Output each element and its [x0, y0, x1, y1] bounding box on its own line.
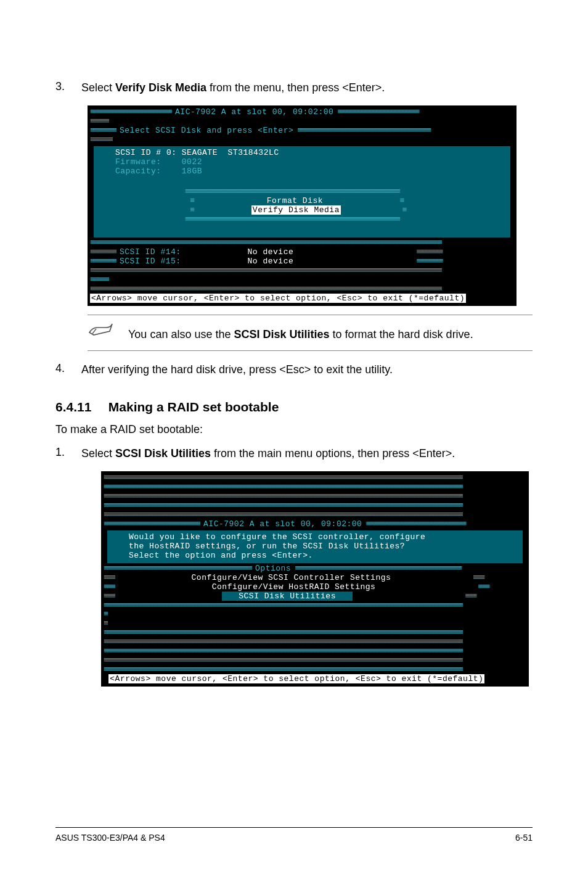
- step-text: Select Verify Disk Media from the menu, …: [81, 80, 533, 96]
- scsi-line: SCSI ID # 0: SEAGATE ST318432LC: [100, 149, 504, 158]
- step-num: 3.: [55, 80, 81, 96]
- section-num: 6.4.11: [55, 400, 105, 415]
- opt1: ≡≡≡ Configure/View SCSI Controller Setti…: [104, 574, 526, 583]
- footer-left: ASUS TS300-E3/PA4 & PS4: [55, 833, 165, 843]
- device-info-box: SCSI ID # 0: SEAGATE ST318432LC Firmware…: [94, 146, 510, 237]
- border-line: ≡≡≡≡≡≡≡≡≡≡≡≡≡≡≡≡≡≡≡≡≡≡≡≡≡≡≡≡≡≡≡≡≡≡≡≡≡≡≡≡…: [104, 638, 526, 647]
- subtitle: Select SCSI Disk and press <Enter>: [120, 126, 293, 135]
- border-line: ≡≡≡≡≡: [90, 276, 514, 285]
- subtitle-line: ≡≡≡≡≡≡≡ Select SCSI Disk and press <Ente…: [90, 126, 514, 136]
- text-suffix: from the main menu options, then press <…: [211, 447, 455, 460]
- spacer: ≡: [104, 610, 526, 619]
- border: ≡≡≡≡≡≡≡≡≡≡≡≡≡≡≡≡≡≡≡≡≡≡: [333, 107, 419, 117]
- border: ≡≡≡≡≡≡≡≡≡≡≡≡≡≡≡≡≡≡≡≡≡≡≡≡≡≡≡≡≡≡≡≡≡≡≡≡≡≡≡≡…: [118, 215, 486, 225]
- section-title: Making a RAID set bootable: [108, 400, 279, 414]
- border-line: ≡≡≡≡≡≡≡≡≡≡≡≡≡≡≡≡≡≡≡≡≡≡≡≡≡≡≡≡≡≡≡≡≡≡≡≡≡≡≡≡…: [104, 629, 526, 638]
- step-num: 1.: [55, 446, 81, 461]
- step-3: 3. Select Verify Disk Media from the men…: [55, 80, 533, 96]
- note-bold: SCSI Disk Utilities: [234, 328, 329, 340]
- terminal-title: ≡≡≡≡≡≡≡≡≡≡≡≡≡≡≡≡≡≡≡≡≡≡≡≡≡≡ AIC-7902 A at…: [104, 520, 526, 529]
- q3: Select the option and press <Enter>.: [113, 551, 517, 561]
- text-bold: Verify Disk Media: [115, 81, 206, 94]
- opt3: ≡≡≡ SCSI Disk Utilities ≡≡≡: [104, 592, 526, 601]
- text-prefix: Select: [81, 81, 115, 94]
- verify-option: ≡ Verify Disk Media ≡: [118, 206, 486, 215]
- intro-text: To make a RAID set bootable:: [55, 423, 533, 436]
- border-line: ≡≡≡≡≡≡≡≡≡≡≡≡≡≡≡≡≡≡≡≡≡≡≡≡≡≡≡≡≡≡≡≡≡≡≡≡≡≡≡≡…: [90, 285, 514, 294]
- pencil-icon: [88, 321, 115, 344]
- firmware-line: Firmware: 0022: [100, 158, 504, 167]
- border-line: ≡≡≡≡≡≡≡≡≡≡≡≡≡≡≡≡≡≡≡≡≡≡≡≡≡≡≡≡≡≡≡≡≡≡≡≡≡≡≡≡…: [104, 492, 526, 501]
- border-line: ≡≡≡≡≡≡≡≡≡≡≡≡≡≡≡≡≡≡≡≡≡≡≡≡≡≡≡≡≡≡≡≡≡≡≡≡≡≡≡≡…: [90, 266, 514, 276]
- step-num: 4.: [55, 362, 81, 377]
- options-header: ≡≡≡≡≡≡≡≡≡≡≡≡≡≡≡≡≡≡≡≡≡≡≡≡≡≡≡≡≡≡≡≡≡≡≡≡≡≡≡≡…: [104, 564, 526, 574]
- step-1b: 1. Select SCSI Disk Utilities from the m…: [55, 446, 533, 461]
- text-suffix: from the menu, then press <Enter>.: [206, 81, 385, 94]
- border-line: ≡≡≡≡≡≡≡≡≡≡≡≡≡≡≡≡≡≡≡≡≡≡≡≡≡≡≡≡≡≡≡≡≡≡≡≡≡≡≡≡…: [104, 483, 526, 492]
- capacity-line: Capacity: 18GB: [100, 167, 504, 176]
- border-line: ≡≡≡≡≡≡≡≡≡≡≡≡≡≡≡≡≡≡≡≡≡≡≡≡≡≡≡≡≡≡≡≡≡≡≡≡≡≡≡≡…: [104, 474, 526, 483]
- note-suffix: to format the hard disk drive.: [330, 328, 473, 340]
- page-footer: ASUS TS300-E3/PA4 & PS4 6-51: [55, 827, 533, 843]
- note-callout: You can also use the SCSI Disk Utilities…: [88, 315, 533, 351]
- spacer: ≡: [104, 619, 526, 629]
- terminal-screenshot-1: ≡≡≡≡≡≡≡≡≡≡≡≡≡≡≡≡≡≡≡≡≡≡ AIC-7902 A at slo…: [88, 105, 517, 306]
- scsi-15-line: ≡≡≡≡≡≡≡ SCSI ID #15: No device ≡≡≡≡≡≡≡: [90, 257, 514, 266]
- terminal-title: ≡≡≡≡≡≡≡≡≡≡≡≡≡≡≡≡≡≡≡≡≡≡ AIC-7902 A at slo…: [90, 108, 514, 117]
- spacer: [100, 176, 504, 186]
- border: ≡≡≡≡≡≡≡≡≡≡≡≡≡≡≡≡≡≡≡≡≡≡≡≡≡≡≡≡≡≡≡≡≡≡≡≡≡≡≡≡…: [118, 188, 486, 197]
- q2: the HostRAID settings, or run the SCSI D…: [113, 542, 517, 551]
- border-line: ≡≡≡≡≡≡≡≡≡≡≡≡≡≡≡≡≡≡≡≡≡≡≡≡≡≡≡≡≡≡≡≡≡≡≡≡≡≡≡≡…: [104, 601, 526, 611]
- scsi-14-line: ≡≡≡≡≡≡≡ SCSI ID #14: No device ≡≡≡≡≡≡≡: [90, 248, 514, 257]
- terminal-footer: <Arrows> move cursor, <Enter> to select …: [90, 294, 514, 303]
- spacer: [100, 226, 504, 235]
- section-heading: 6.4.11 Making a RAID set bootable: [55, 400, 533, 415]
- inner-menu: ≡≡≡≡≡≡≡≡≡≡≡≡≡≡≡≡≡≡≡≡≡≡≡≡≡≡≡≡≡≡≡≡≡≡≡≡≡≡≡≡…: [118, 188, 486, 225]
- text-bold: SCSI Disk Utilities: [115, 447, 211, 460]
- step-4: 4. After verifying the hard disk drive, …: [55, 362, 533, 377]
- border-line: ≡≡≡≡≡≡≡≡≡≡≡≡≡≡≡≡≡≡≡≡≡≡≡≡≡≡≡≡≡≡≡≡≡≡≡≡≡≡≡≡…: [104, 666, 526, 675]
- q1: Would you like to configure the SCSI con…: [113, 533, 517, 542]
- text-prefix: Select: [81, 447, 115, 460]
- title-text: AIC-7902 A at slot 00, 09:02:00: [175, 107, 333, 117]
- border: ≡≡≡≡≡≡≡≡≡≡≡≡≡≡≡≡≡≡≡≡≡≡: [90, 107, 175, 117]
- terminal-footer: <Arrows> move cursor, <Enter> to select …: [104, 675, 526, 684]
- question-box: Would you like to configure the SCSI con…: [107, 530, 523, 563]
- terminal-screenshot-2: ≡≡≡≡≡≡≡≡≡≡≡≡≡≡≡≡≡≡≡≡≡≡≡≡≡≡≡≡≡≡≡≡≡≡≡≡≡≡≡≡…: [101, 471, 529, 687]
- border-line: ≡≡≡≡≡≡≡≡≡≡≡≡≡≡≡≡≡≡≡≡≡≡≡≡≡≡≡≡≡≡≡≡≡≡≡≡≡≡≡≡…: [104, 656, 526, 666]
- format-option: ≡ Format Disk ≡: [118, 197, 486, 206]
- step-text: Select SCSI Disk Utilities from the main…: [81, 446, 533, 461]
- border-line: ≡≡≡≡≡≡: [90, 136, 514, 145]
- border-line: ≡≡≡≡≡≡≡≡≡≡≡≡≡≡≡≡≡≡≡≡≡≡≡≡≡≡≡≡≡≡≡≡≡≡≡≡≡≡≡≡…: [104, 511, 526, 520]
- note-prefix: You can also use the: [128, 328, 234, 340]
- border-line: ≡≡≡≡≡: [90, 117, 514, 126]
- border-line: ≡≡≡≡≡≡≡≡≡≡≡≡≡≡≡≡≡≡≡≡≡≡≡≡≡≡≡≡≡≡≡≡≡≡≡≡≡≡≡≡…: [104, 501, 526, 511]
- step-text: After verifying the hard disk drive, pre…: [81, 362, 533, 377]
- note-text: You can also use the SCSI Disk Utilities…: [128, 324, 473, 341]
- border-line: ≡≡≡≡≡≡≡≡≡≡≡≡≡≡≡≡≡≡≡≡≡≡≡≡≡≡≡≡≡≡≡≡≡≡≡≡≡≡≡≡…: [90, 239, 514, 248]
- footer-right: 6-51: [515, 833, 533, 843]
- border-line: ≡≡≡≡≡≡≡≡≡≡≡≡≡≡≡≡≡≡≡≡≡≡≡≡≡≡≡≡≡≡≡≡≡≡≡≡≡≡≡≡…: [104, 647, 526, 656]
- opt2: ≡≡≡ Configure/View HostRAID Settings ≡≡≡: [104, 583, 526, 592]
